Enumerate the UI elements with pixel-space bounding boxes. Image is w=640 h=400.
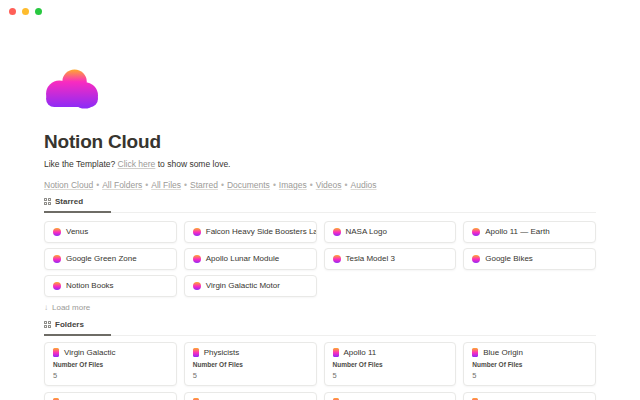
starred-card-title: Falcon Heavy Side Boosters Landings xyxy=(206,227,317,236)
folder-card-title: Apollo 11 xyxy=(344,348,377,357)
folders-tab-row: Folders xyxy=(44,317,596,336)
folder-files-count: 5 xyxy=(53,371,168,380)
starred-card-title: Google Green Zone xyxy=(66,254,137,263)
starred-card-title: Virgin Galactic Motor xyxy=(206,281,280,290)
starred-card[interactable]: Apollo Lunar Module xyxy=(184,248,317,270)
nav-link-images[interactable]: Images xyxy=(279,180,307,190)
folder-property-label: Number Of Files xyxy=(333,361,448,368)
nav-link-audios[interactable]: Audios xyxy=(351,180,377,190)
nav-separator: • xyxy=(221,180,224,190)
gradient-dot-icon xyxy=(53,255,61,263)
gallery-view-icon xyxy=(44,198,51,205)
folders-grid: Virgin GalacticNumber Of Files5Physicist… xyxy=(44,342,596,400)
folder-card[interactable]: PhysicistsNumber Of Files5 xyxy=(184,342,317,386)
nav-link-documents[interactable]: Documents xyxy=(227,180,270,190)
cloud-page-icon[interactable] xyxy=(44,64,100,114)
nav-link-all-folders[interactable]: All Folders xyxy=(102,180,142,190)
folder-card[interactable]: Virgin GalacticNumber Of Files5 xyxy=(44,342,177,386)
gradient-dot-icon xyxy=(472,255,480,263)
folder-property-label: Number Of Files xyxy=(193,361,308,368)
gradient-folder-icon xyxy=(53,348,59,357)
click-here-link[interactable]: Click here xyxy=(118,159,156,169)
page-title: Notion Cloud xyxy=(44,131,596,153)
nav-separator: • xyxy=(184,180,187,190)
zoom-button[interactable] xyxy=(35,8,42,15)
nav-link-videos[interactable]: Videos xyxy=(316,180,342,190)
folder-card[interactable]: Google Office xyxy=(44,392,177,400)
starred-card-title: Tesla Model 3 xyxy=(346,254,395,263)
folder-files-count: 5 xyxy=(193,371,308,380)
starred-card[interactable]: NASA Logo xyxy=(324,221,457,243)
folder-files-count: 5 xyxy=(472,371,587,380)
starred-card-title: Notion Books xyxy=(66,281,114,290)
gallery-view-icon xyxy=(44,321,51,328)
close-button[interactable] xyxy=(9,8,16,15)
tab-folders-label: Folders xyxy=(55,320,84,329)
load-more-label: Load more xyxy=(52,303,90,312)
folder-card-title: Physicists xyxy=(204,348,240,357)
folder-card-title: Blue Origin xyxy=(483,348,523,357)
gradient-dot-icon xyxy=(53,282,61,290)
folder-property-label: Number Of Files xyxy=(53,361,168,368)
folder-card-header: Physicists xyxy=(193,348,308,357)
gradient-dot-icon xyxy=(193,282,201,290)
starred-card[interactable]: Google Green Zone xyxy=(44,248,177,270)
nav-separator: • xyxy=(273,180,276,190)
folder-card[interactable]: Notion Illustrations xyxy=(184,392,317,400)
starred-card-title: Venus xyxy=(66,227,88,236)
page-content: Notion Cloud Like the Template? Click he… xyxy=(0,64,640,400)
folder-property-label: Number Of Files xyxy=(472,361,587,368)
breadcrumb: Notion Cloud•All Folders•All Files•Starr… xyxy=(44,180,596,190)
starred-tab-row: Starred xyxy=(44,194,596,213)
tab-starred[interactable]: Starred xyxy=(44,194,111,213)
starred-card[interactable]: Notion Books xyxy=(44,275,177,297)
gradient-folder-icon xyxy=(193,348,199,357)
gradient-dot-icon xyxy=(193,255,201,263)
tab-starred-label: Starred xyxy=(55,197,83,206)
gradient-dot-icon xyxy=(333,255,341,263)
folder-card[interactable]: NASA xyxy=(324,392,457,400)
starred-card[interactable]: Virgin Galactic Motor xyxy=(184,275,317,297)
starred-card-title: Apollo Lunar Module xyxy=(206,254,279,263)
folder-card-header: Blue Origin xyxy=(472,348,587,357)
minimize-button[interactable] xyxy=(22,8,29,15)
folder-card[interactable]: Blue OriginNumber Of Files5 xyxy=(463,342,596,386)
folder-card-header: Apollo 11 xyxy=(333,348,448,357)
gradient-folder-icon xyxy=(472,348,478,357)
folder-card[interactable]: The Boring Company xyxy=(463,392,596,400)
gradient-dot-icon xyxy=(193,228,201,236)
window-controls xyxy=(9,8,42,15)
starred-card-title: NASA Logo xyxy=(346,227,387,236)
arrow-down-icon: ↓ xyxy=(44,303,48,312)
starred-card[interactable]: Venus xyxy=(44,221,177,243)
nav-separator: • xyxy=(310,180,313,190)
notion-cloud-window: Notion Cloud Like the Template? Click he… xyxy=(0,0,640,400)
tab-folders[interactable]: Folders xyxy=(44,317,111,336)
folder-card-title: Virgin Galactic xyxy=(64,348,115,357)
starred-card-title: Apollo 11 — Earth xyxy=(485,227,549,236)
starred-card-title: Google Bikes xyxy=(485,254,533,263)
load-more-button[interactable]: ↓ Load more xyxy=(44,301,596,314)
gradient-folder-icon xyxy=(333,348,339,357)
starred-grid: VenusFalcon Heavy Side Boosters Landings… xyxy=(44,221,596,297)
nav-separator: • xyxy=(96,180,99,190)
starred-card[interactable]: Tesla Model 3 xyxy=(324,248,457,270)
starred-card[interactable]: Apollo 11 — Earth xyxy=(463,221,596,243)
starred-card[interactable]: Google Bikes xyxy=(463,248,596,270)
callout-prefix: Like the Template? xyxy=(44,159,118,169)
nav-separator: • xyxy=(145,180,148,190)
callout-suffix: to show some love. xyxy=(155,159,230,169)
nav-link-starred[interactable]: Starred xyxy=(190,180,218,190)
folder-files-count: 5 xyxy=(333,371,448,380)
template-callout: Like the Template? Click here to show so… xyxy=(44,159,596,170)
gradient-dot-icon xyxy=(53,228,61,236)
gradient-dot-icon xyxy=(333,228,341,236)
folder-card-header: Virgin Galactic xyxy=(53,348,168,357)
gradient-dot-icon xyxy=(472,228,480,236)
nav-separator: • xyxy=(345,180,348,190)
nav-link-all-files[interactable]: All Files xyxy=(151,180,181,190)
starred-card[interactable]: Falcon Heavy Side Boosters Landings xyxy=(184,221,317,243)
folder-card[interactable]: Apollo 11Number Of Files5 xyxy=(324,342,457,386)
nav-link-notion-cloud[interactable]: Notion Cloud xyxy=(44,180,93,190)
